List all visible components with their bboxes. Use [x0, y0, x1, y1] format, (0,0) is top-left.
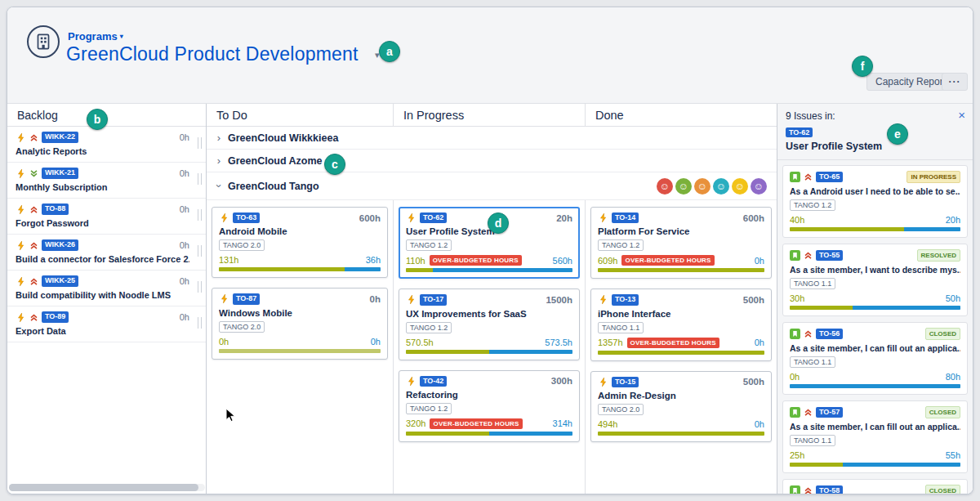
- issue-key-badge[interactable]: TO-88: [42, 204, 69, 214]
- column-headers: To Do In Progress Done: [207, 104, 777, 127]
- backlog-item[interactable]: TO-88 0h Forgot Password: [7, 199, 206, 235]
- drag-handle-icon[interactable]: [198, 317, 202, 329]
- board-card[interactable]: TO-15 500h Admin Re-Design TANGO 2.0 494…: [590, 371, 772, 442]
- panel-issue-card[interactable]: TO-56 CLOSED As a site member, I can fil…: [782, 322, 968, 395]
- backlog-item[interactable]: WIKK-21 0h Monthly Subscription: [7, 163, 206, 199]
- hours-row: 110h OVER-BUDGETED HOURS 560h: [406, 255, 572, 266]
- issue-key-badge[interactable]: TO-58: [816, 485, 843, 494]
- issue-key-badge[interactable]: TO-62: [786, 127, 813, 137]
- backlog-item-row: TO-88 0h: [16, 204, 189, 215]
- issue-hours: 0h: [180, 240, 189, 250]
- swimlane-azome[interactable]: › GreenCloud Azome: [207, 150, 777, 172]
- issue-key-badge[interactable]: TO-65: [816, 172, 843, 182]
- issue-key-badge[interactable]: TO-55: [816, 250, 843, 261]
- issue-hours: 0h: [180, 132, 189, 142]
- remaining-hours: 0h: [371, 337, 381, 347]
- issue-key-badge[interactable]: WIKK-26: [42, 239, 78, 250]
- panel-issue-card[interactable]: TO-58 CLOSED As a trainer, I want my pro…: [782, 479, 968, 494]
- avatar[interactable]: ☺: [713, 178, 729, 195]
- issue-key-badge[interactable]: TO-42: [420, 376, 447, 387]
- issue-summary: As a site member, I can fill out an appl…: [790, 422, 960, 432]
- avatar[interactable]: ☺: [732, 178, 748, 195]
- issue-key-badge[interactable]: TO-14: [612, 212, 639, 223]
- scrollbar-thumb[interactable]: [9, 484, 198, 491]
- issue-key-badge[interactable]: TO-62: [420, 212, 447, 223]
- panel-issue-card[interactable]: TO-65 IN PROGRESS As a Android user I ne…: [782, 165, 968, 238]
- drag-handle-icon[interactable]: [198, 281, 202, 293]
- drag-handle-icon[interactable]: [198, 173, 202, 185]
- close-icon[interactable]: ×: [958, 108, 965, 122]
- card-header-row: TO-87 0h: [219, 293, 381, 304]
- hours-row: 0h 0h: [219, 337, 381, 347]
- board-card[interactable]: TO-17 1500h UX Improvements for SaaS TAN…: [399, 289, 580, 360]
- backlog-item[interactable]: WIKK-25 0h Build compatibility with Nood…: [7, 271, 206, 306]
- remaining-hours: 0h: [755, 256, 764, 266]
- backlog-item[interactable]: TO-89 0h Export Data: [7, 306, 206, 342]
- avatar[interactable]: ☺: [657, 178, 673, 195]
- issue-key-badge[interactable]: TO-17: [420, 294, 447, 305]
- backlog-item-row: WIKK-26 0h: [16, 239, 189, 251]
- remaining-hours: 573.5h: [545, 338, 572, 347]
- board-card[interactable]: TO-87 0h Windows Mobile TANGO 2.0 0h 0h: [212, 288, 388, 359]
- status-badge: CLOSED: [925, 328, 960, 340]
- priority-highest-icon: [29, 205, 38, 214]
- swimlane-wikkkieea[interactable]: › GreenCloud Wikkkieea: [207, 127, 777, 150]
- issue-key-badge[interactable]: TO-63: [233, 212, 260, 223]
- remaining-hours: 20h: [946, 215, 960, 225]
- progress-bar: [790, 227, 960, 231]
- board-card[interactable]: TO-42 300h Refactoring TANGO 1.2 320h OV…: [399, 370, 580, 442]
- remaining-hours: 50h: [946, 293, 960, 303]
- hours-row: 25h 55h: [790, 450, 960, 460]
- issue-key-badge[interactable]: WIKK-21: [42, 168, 78, 178]
- drag-handle-icon[interactable]: [198, 245, 202, 257]
- issue-summary: As a site member, I want to describe mys…: [790, 265, 960, 275]
- version-label: TANGO 2.0: [598, 404, 644, 415]
- annotation-b: b: [87, 109, 108, 130]
- avatar[interactable]: ☺: [675, 178, 692, 195]
- app-header: Programs▾ GreenCloud Product Development…: [7, 7, 973, 104]
- version-label: TANGO 2.0: [219, 239, 265, 251]
- issue-key-badge[interactable]: TO-89: [42, 311, 69, 322]
- over-budget-badge: OVER-BUDGETED HOURS: [430, 418, 522, 429]
- board-card[interactable]: TO-14 600h Platform For Service TANGO 1.…: [590, 207, 772, 279]
- progress-bar: [598, 268, 764, 272]
- backlog-item[interactable]: WIKK-26 0h Build a connector for Salesfo…: [7, 235, 206, 271]
- column-done: TO-14 600h Platform For Service TANGO 1.…: [585, 200, 777, 494]
- horizontal-scrollbar[interactable]: [9, 484, 205, 491]
- breadcrumb[interactable]: Programs▾: [68, 30, 123, 42]
- drag-handle-icon[interactable]: [198, 137, 202, 149]
- panel-issue-card[interactable]: TO-57 CLOSED As a site member, I can fil…: [782, 400, 968, 473]
- issue-key-badge[interactable]: WIKK-25: [42, 275, 78, 286]
- card-header-row: TO-17 1500h: [406, 294, 572, 305]
- priority-highest-icon: [804, 408, 813, 417]
- issue-key-badge[interactable]: TO-87: [233, 293, 260, 304]
- estimate-hours: 500h: [743, 295, 764, 305]
- backlog-item[interactable]: WIKK-22 0h Analytic Reports: [7, 127, 206, 163]
- version-label: TANGO 1.1: [598, 322, 644, 333]
- swimlane-tango[interactable]: › GreenCloud Tango ☺ ☺ ☺ ☺ ☺ ☺: [207, 172, 777, 200]
- issue-key-badge[interactable]: TO-15: [612, 377, 639, 387]
- issue-key-badge[interactable]: TO-57: [816, 407, 843, 418]
- issue-key-badge[interactable]: TO-56: [816, 329, 843, 339]
- drag-handle-icon[interactable]: [198, 209, 202, 221]
- issue-key-badge[interactable]: TO-13: [612, 294, 639, 305]
- annotation-a: a: [379, 41, 400, 62]
- issue-title: Forgot Password: [16, 218, 189, 228]
- card-header-row: TO-14 600h: [598, 212, 764, 223]
- issue-hours: 0h: [180, 168, 189, 178]
- spent-hours: 110h: [406, 256, 425, 266]
- remaining-hours: 55h: [946, 450, 960, 460]
- panel-issue-card[interactable]: TO-55 RESOLVED As a site member, I want …: [782, 244, 968, 316]
- issue-type-bolt-icon: [16, 312, 26, 323]
- over-budget-badge: OVER-BUDGETED HOURS: [621, 255, 714, 266]
- board-card[interactable]: TO-63 600h Android Mobile TANGO 2.0 131h…: [212, 207, 388, 278]
- issue-type-bolt-icon: [219, 293, 229, 304]
- avatar[interactable]: ☺: [751, 178, 767, 195]
- board-card[interactable]: TO-13 500h iPhone Interface TANGO 1.1 13…: [590, 289, 772, 360]
- hours-row: 609h OVER-BUDGETED HOURS 0h: [598, 255, 764, 266]
- column-header-todo: To Do: [207, 104, 393, 126]
- more-actions-button[interactable]: ···: [942, 73, 968, 91]
- avatar[interactable]: ☺: [694, 178, 710, 195]
- issue-key-badge[interactable]: WIKK-22: [42, 132, 78, 142]
- priority-highest-icon: [804, 251, 813, 260]
